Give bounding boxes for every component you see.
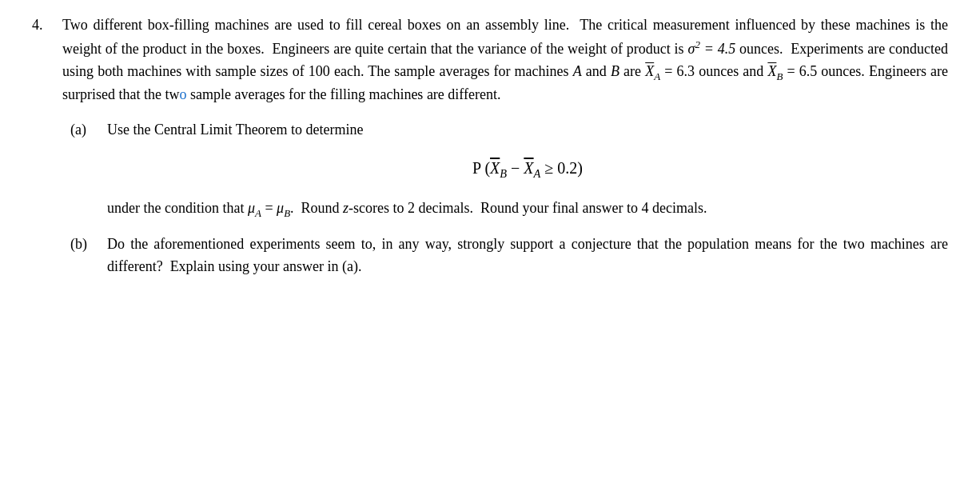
part-b-label: (b)	[70, 234, 107, 256]
problem-row: 4. Two different box-filling machines ar…	[32, 14, 948, 286]
problem-container: 4. Two different box-filling machines ar…	[32, 14, 948, 286]
part-a-container: (a) Use the Central Limit Theorem to det…	[70, 119, 948, 221]
part-a-body: Use the Central Limit Theorem to determi…	[107, 119, 948, 221]
problem-paragraph: Two different box-filling machines are u…	[62, 14, 948, 106]
probability-formula: P (XB − XA ≥ 0.2)	[472, 159, 583, 177]
problem-number: 4.	[32, 14, 62, 37]
part-b-text: Do the aforementioned experiments seem t…	[107, 234, 948, 278]
part-a-condition: under the condition that μA = μB. Round …	[107, 198, 948, 222]
part-a-row: (a) Use the Central Limit Theorem to det…	[70, 119, 948, 221]
part-a-intro: Use the Central Limit Theorem to determi…	[107, 119, 948, 142]
part-a-label: (a)	[70, 119, 107, 142]
problem-body: Two different box-filling machines are u…	[62, 14, 948, 286]
part-b-row: (b) Do the aforementioned experiments se…	[70, 234, 948, 278]
part-b-body: Do the aforementioned experiments seem t…	[107, 234, 948, 278]
part-b-container: (b) Do the aforementioned experiments se…	[70, 234, 948, 278]
formula-block: P (XB − XA ≥ 0.2)	[107, 156, 948, 182]
